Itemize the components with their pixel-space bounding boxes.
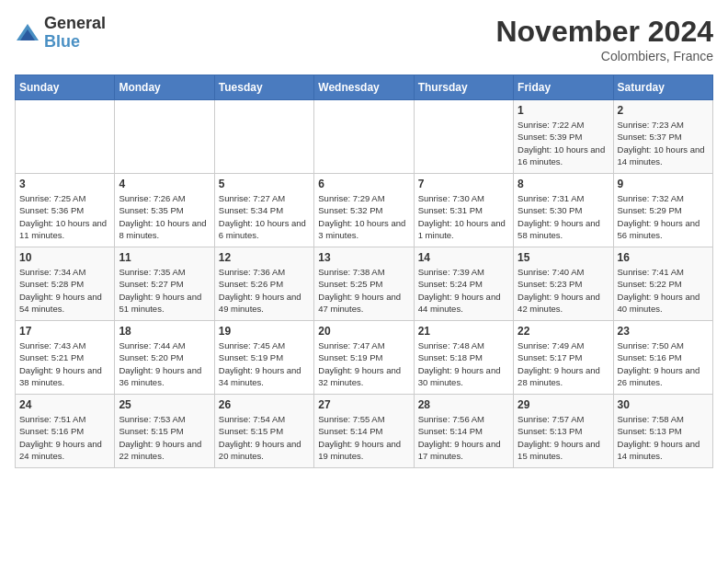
day-info: Sunrise: 7:26 AMSunset: 5:35 PMDaylight:… [119, 192, 210, 241]
day-number: 23 [618, 325, 709, 338]
day-info: Sunrise: 7:44 AMSunset: 5:20 PMDaylight:… [119, 339, 210, 388]
calendar-cell: 2Sunrise: 7:23 AMSunset: 5:37 PMDaylight… [613, 100, 712, 174]
header-row: SundayMondayTuesdayWednesdayThursdayFrid… [16, 75, 713, 100]
header-day-saturday: Saturday [613, 75, 712, 100]
calendar-cell: 22Sunrise: 7:49 AMSunset: 5:17 PMDayligh… [514, 321, 613, 395]
day-number: 18 [119, 325, 210, 338]
calendar-cell: 24Sunrise: 7:51 AMSunset: 5:16 PMDayligh… [16, 395, 115, 468]
day-info: Sunrise: 7:23 AMSunset: 5:37 PMDaylight:… [618, 119, 709, 167]
month-title: November 2024 [495, 15, 713, 49]
calendar-cell: 1Sunrise: 7:22 AMSunset: 5:39 PMDaylight… [514, 100, 613, 174]
day-number: 6 [318, 178, 409, 190]
calendar-cell: 25Sunrise: 7:53 AMSunset: 5:15 PMDayligh… [115, 395, 214, 468]
calendar-cell: 15Sunrise: 7:40 AMSunset: 5:23 PMDayligh… [514, 247, 613, 321]
day-info: Sunrise: 7:50 AMSunset: 5:16 PMDaylight:… [618, 339, 709, 388]
day-number: 28 [418, 398, 509, 411]
logo-icon [15, 20, 40, 46]
week-row-0: 1Sunrise: 7:22 AMSunset: 5:39 PMDaylight… [16, 100, 713, 174]
day-number: 25 [119, 398, 210, 411]
day-number: 11 [119, 251, 210, 264]
calendar-cell: 11Sunrise: 7:35 AMSunset: 5:27 PMDayligh… [115, 247, 214, 321]
header-day-thursday: Thursday [414, 75, 513, 100]
day-info: Sunrise: 7:35 AMSunset: 5:27 PMDaylight:… [119, 266, 210, 315]
calendar-table: SundayMondayTuesdayWednesdayThursdayFrid… [15, 75, 713, 468]
day-info: Sunrise: 7:36 AMSunset: 5:26 PMDaylight:… [219, 266, 310, 315]
calendar-cell: 12Sunrise: 7:36 AMSunset: 5:26 PMDayligh… [214, 247, 313, 321]
day-info: Sunrise: 7:27 AMSunset: 5:34 PMDaylight:… [219, 192, 310, 241]
day-info: Sunrise: 7:47 AMSunset: 5:19 PMDaylight:… [318, 339, 409, 388]
day-number: 27 [318, 398, 409, 411]
day-info: Sunrise: 7:45 AMSunset: 5:19 PMDaylight:… [219, 339, 310, 388]
header-day-sunday: Sunday [16, 75, 115, 100]
calendar-cell: 13Sunrise: 7:38 AMSunset: 5:25 PMDayligh… [314, 247, 414, 321]
day-number: 13 [318, 251, 409, 264]
calendar-cell: 14Sunrise: 7:39 AMSunset: 5:24 PMDayligh… [414, 247, 513, 321]
day-info: Sunrise: 7:54 AMSunset: 5:15 PMDaylight:… [219, 413, 310, 462]
calendar-cell: 8Sunrise: 7:31 AMSunset: 5:30 PMDaylight… [514, 174, 613, 247]
header-day-tuesday: Tuesday [214, 75, 313, 100]
calendar-cell: 18Sunrise: 7:44 AMSunset: 5:20 PMDayligh… [115, 321, 214, 395]
calendar-cell: 21Sunrise: 7:48 AMSunset: 5:18 PMDayligh… [414, 321, 513, 395]
day-info: Sunrise: 7:29 AMSunset: 5:32 PMDaylight:… [318, 192, 409, 241]
day-number: 30 [618, 398, 709, 411]
calendar-cell: 28Sunrise: 7:56 AMSunset: 5:14 PMDayligh… [414, 395, 513, 468]
calendar-cell [314, 100, 414, 174]
location: Colombiers, France [495, 49, 713, 63]
day-number: 12 [219, 251, 310, 264]
calendar-cell: 6Sunrise: 7:29 AMSunset: 5:32 PMDaylight… [314, 174, 414, 247]
day-number: 17 [19, 325, 110, 338]
day-number: 7 [418, 178, 509, 190]
logo-blue: Blue [44, 33, 106, 52]
calendar-cell: 5Sunrise: 7:27 AMSunset: 5:34 PMDaylight… [214, 174, 313, 247]
logo-text: General Blue [44, 15, 106, 52]
day-info: Sunrise: 7:22 AMSunset: 5:39 PMDaylight:… [518, 119, 609, 167]
day-info: Sunrise: 7:43 AMSunset: 5:21 PMDaylight:… [19, 339, 110, 388]
day-info: Sunrise: 7:32 AMSunset: 5:29 PMDaylight:… [618, 192, 709, 241]
calendar-cell: 10Sunrise: 7:34 AMSunset: 5:28 PMDayligh… [16, 247, 115, 321]
day-number: 16 [618, 251, 709, 264]
day-number: 19 [219, 325, 310, 338]
calendar-cell: 17Sunrise: 7:43 AMSunset: 5:21 PMDayligh… [16, 321, 115, 395]
calendar-cell: 23Sunrise: 7:50 AMSunset: 5:16 PMDayligh… [613, 321, 712, 395]
calendar-cell: 20Sunrise: 7:47 AMSunset: 5:19 PMDayligh… [314, 321, 414, 395]
day-info: Sunrise: 7:40 AMSunset: 5:23 PMDaylight:… [518, 266, 609, 315]
calendar-cell: 19Sunrise: 7:45 AMSunset: 5:19 PMDayligh… [214, 321, 313, 395]
day-info: Sunrise: 7:25 AMSunset: 5:36 PMDaylight:… [19, 192, 110, 241]
day-number: 2 [618, 104, 709, 117]
day-info: Sunrise: 7:57 AMSunset: 5:13 PMDaylight:… [518, 413, 609, 462]
logo: General Blue [15, 15, 106, 52]
calendar-cell: 29Sunrise: 7:57 AMSunset: 5:13 PMDayligh… [514, 395, 613, 468]
day-number: 1 [518, 104, 609, 117]
title-block: November 2024 Colombiers, France [495, 15, 713, 63]
day-number: 26 [219, 398, 310, 411]
week-row-4: 24Sunrise: 7:51 AMSunset: 5:16 PMDayligh… [16, 395, 713, 468]
week-row-2: 10Sunrise: 7:34 AMSunset: 5:28 PMDayligh… [16, 247, 713, 321]
day-info: Sunrise: 7:58 AMSunset: 5:13 PMDaylight:… [618, 413, 709, 462]
day-info: Sunrise: 7:49 AMSunset: 5:17 PMDaylight:… [518, 339, 609, 388]
day-number: 5 [219, 178, 310, 190]
header-day-friday: Friday [514, 75, 613, 100]
day-info: Sunrise: 7:38 AMSunset: 5:25 PMDaylight:… [318, 266, 409, 315]
header-day-monday: Monday [115, 75, 214, 100]
calendar-cell: 4Sunrise: 7:26 AMSunset: 5:35 PMDaylight… [115, 174, 214, 247]
day-number: 3 [19, 178, 110, 190]
day-info: Sunrise: 7:34 AMSunset: 5:28 PMDaylight:… [19, 266, 110, 315]
day-info: Sunrise: 7:51 AMSunset: 5:16 PMDaylight:… [19, 413, 110, 462]
logo-general: General [44, 15, 106, 33]
day-number: 14 [418, 251, 509, 264]
page-header: General Blue November 2024 Colombiers, F… [15, 15, 713, 63]
day-number: 29 [518, 398, 609, 411]
day-number: 9 [618, 178, 709, 190]
calendar-cell: 30Sunrise: 7:58 AMSunset: 5:13 PMDayligh… [613, 395, 712, 468]
calendar-cell [414, 100, 513, 174]
day-info: Sunrise: 7:53 AMSunset: 5:15 PMDaylight:… [119, 413, 210, 462]
day-number: 10 [19, 251, 110, 264]
day-info: Sunrise: 7:55 AMSunset: 5:14 PMDaylight:… [318, 413, 409, 462]
calendar-cell: 16Sunrise: 7:41 AMSunset: 5:22 PMDayligh… [613, 247, 712, 321]
calendar-header: SundayMondayTuesdayWednesdayThursdayFrid… [16, 75, 713, 100]
day-info: Sunrise: 7:39 AMSunset: 5:24 PMDaylight:… [418, 266, 509, 315]
calendar-cell [16, 100, 115, 174]
calendar-cell: 26Sunrise: 7:54 AMSunset: 5:15 PMDayligh… [214, 395, 313, 468]
day-number: 15 [518, 251, 609, 264]
calendar-cell [214, 100, 313, 174]
